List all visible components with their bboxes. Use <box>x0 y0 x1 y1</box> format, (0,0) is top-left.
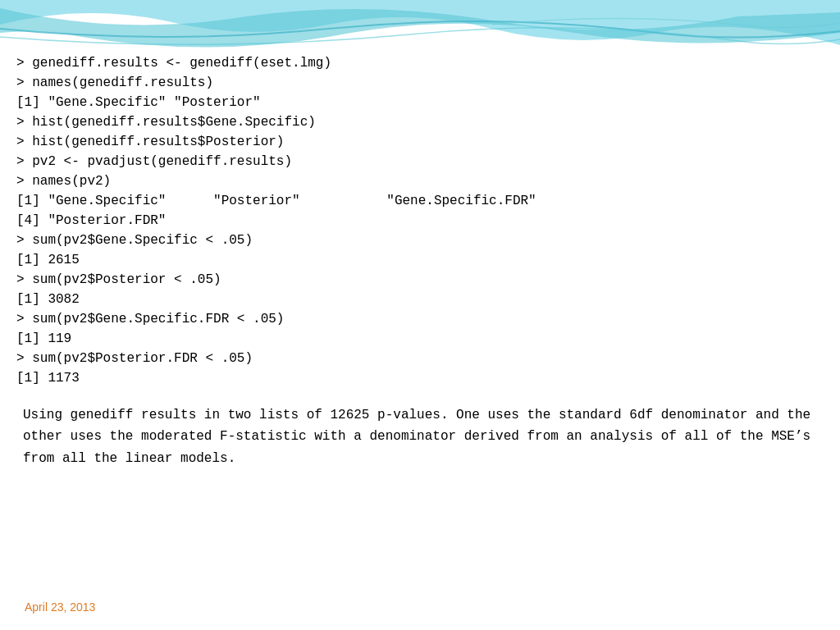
date-footer: April 23, 2013 <box>25 600 95 614</box>
main-content: > genediff.results <- genediff(eset.lmg)… <box>0 0 840 630</box>
code-block: > genediff.results <- genediff(eset.lmg)… <box>16 53 824 388</box>
description-text: Using genediff results in two lists of 1… <box>16 404 824 469</box>
